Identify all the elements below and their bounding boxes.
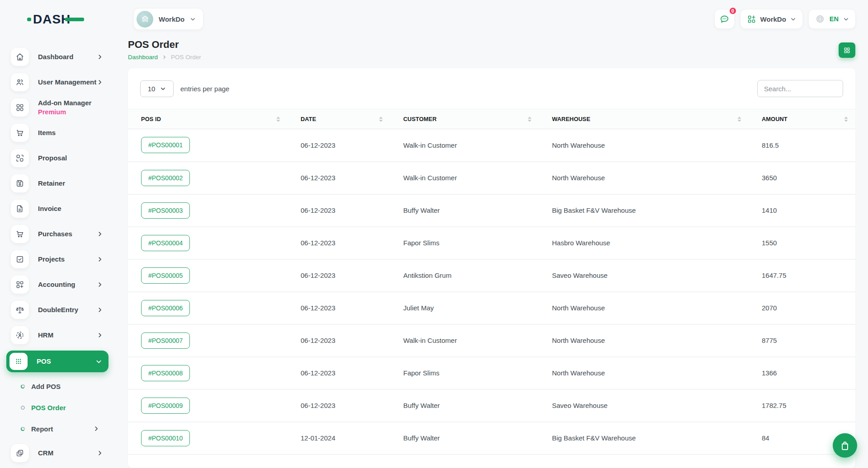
cell-customer: Buffy Walter [390, 194, 539, 227]
cell-customer: Buffy Walter [390, 422, 539, 454]
workdo-apps-button[interactable]: WorkDo [740, 9, 803, 29]
cell-pos-id: #POS00010 [128, 422, 288, 454]
sidebar-item-invoice[interactable]: Invoice [11, 199, 109, 219]
table-row: #POS0000606-12-2023Juliet MayNorth Wareh… [128, 292, 855, 324]
sort-icon[interactable] [379, 116, 383, 122]
table-row: #POS0000906-12-2023Buffy WalterSaveo War… [128, 389, 855, 422]
sidebar-item-items[interactable]: Items [11, 123, 109, 143]
sidebar-item-user-management[interactable]: User Management [11, 72, 109, 92]
column-header-date[interactable]: DATE [288, 109, 390, 129]
sidebar-item-add-on-manager[interactable]: Add-on ManagerPremium [11, 98, 109, 117]
entries-per-page-select[interactable]: 10 [140, 80, 174, 97]
sidebar-item-dashboard[interactable]: Dashboard [11, 47, 109, 67]
company-switcher[interactable]: WorkDo [133, 8, 203, 30]
layout-grid-button[interactable] [839, 42, 855, 58]
cell-date: 06-12-2023 [288, 324, 390, 357]
sort-icon[interactable] [737, 116, 741, 122]
pos-id-button[interactable]: #POS00009 [141, 398, 190, 414]
globe-icon [815, 14, 825, 24]
table-body: #POS0000106-12-2023Walk-in CustomerNorth… [128, 129, 855, 454]
sidebar-item-proposal[interactable]: Proposal [11, 148, 109, 168]
sidebar-item-purchases[interactable]: Purchases [11, 224, 109, 244]
cell-warehouse: Saveo Warehouse [539, 259, 749, 292]
sidebar-item-accounting[interactable]: Accounting [11, 275, 109, 295]
sidebar-item-projects[interactable]: Projects [11, 249, 109, 269]
sidebar-subitem-add-pos[interactable]: Add POS [21, 379, 109, 394]
chevron-right-icon [97, 281, 103, 288]
messages-button[interactable]: 0 [714, 9, 735, 29]
cell-warehouse: Big Basket F&V Warehouse [539, 422, 749, 454]
column-header-warehouse[interactable]: WAREHOUSE [539, 109, 749, 129]
chevron-right-icon [97, 307, 103, 313]
building-icon [141, 14, 150, 23]
company-avatar [137, 11, 153, 28]
table-row: #POS0000706-12-2023Walk-in CustomerNorth… [128, 324, 855, 357]
check-square-icon [11, 250, 29, 268]
sidebar-item-pos[interactable]: POS [6, 351, 108, 372]
pos-order-card: 10 entries per page POS ID DATE CUSTOMER [128, 68, 855, 468]
cell-warehouse: North Warehouse [539, 324, 749, 357]
cell-date: 06-12-2023 [288, 259, 390, 292]
column-header-label: POS ID [141, 116, 161, 122]
breadcrumb: Dashboard POS Order [128, 54, 201, 61]
column-header-label: DATE [301, 116, 316, 122]
cell-pos-id: #POS00001 [128, 129, 288, 162]
sidebar-item-hrm[interactable]: HRM [11, 325, 109, 345]
pos-id-button[interactable]: #POS00007 [141, 332, 190, 349]
pos-id-button[interactable]: #POS00001 [141, 137, 190, 153]
sort-icon[interactable] [528, 116, 532, 122]
pos-id-button[interactable]: #POS00005 [141, 267, 190, 284]
cell-warehouse: North Warehouse [539, 129, 749, 162]
sidebar-item-label: Retainer [38, 179, 109, 188]
pos-id-button[interactable]: #POS00004 [141, 235, 190, 251]
cell-customer: Buffy Walter [390, 389, 539, 422]
sidebar-item-doubleentry[interactable]: DoubleEntry [11, 300, 109, 320]
pos-cart-fab-button[interactable] [833, 433, 857, 458]
sidebar-item-retainer[interactable]: Retainer [11, 173, 109, 193]
cell-date: 06-12-2023 [288, 292, 390, 324]
cards-icon [11, 444, 29, 462]
language-selector[interactable]: EN [808, 9, 856, 29]
main-area: WorkDo 0 [116, 0, 868, 468]
pos-id-button[interactable]: #POS00008 [141, 365, 190, 381]
sidebar-item-label: Dashboard [38, 53, 97, 61]
sort-icon[interactable] [276, 116, 280, 122]
cell-customer: Antikstion Grum [390, 259, 539, 292]
sidebar-item-label: Accounting [38, 281, 97, 289]
column-header-amount[interactable]: AMOUNT [749, 109, 855, 129]
chevron-down-icon [843, 16, 849, 22]
chevron-right-icon [97, 332, 103, 338]
cell-warehouse: Saveo Warehouse [539, 389, 749, 422]
cell-customer: Walk-in Customer [390, 324, 539, 357]
sidebar-subitem-pos-order[interactable]: POS Order [21, 400, 109, 415]
home-icon [11, 48, 29, 66]
pos-id-button[interactable]: #POS00003 [141, 202, 190, 219]
cell-amount: 816.5 [749, 129, 855, 162]
column-header-customer[interactable]: CUSTOMER [390, 109, 539, 129]
premium-badge: Premium [38, 108, 109, 116]
bullet-ring-icon [21, 406, 25, 410]
cell-date: 06-12-2023 [288, 357, 390, 389]
company-name: WorkDo [159, 15, 184, 23]
sidebar-item-label: CRM [38, 449, 97, 458]
pos-id-button[interactable]: #POS00010 [141, 430, 190, 446]
app: DASH DashboardUser ManagementAdd-on Mana… [0, 0, 868, 468]
sidebar-subitem-report[interactable]: Report [21, 421, 109, 436]
brand-logo[interactable]: DASH [0, 0, 116, 38]
hrm-icon [11, 326, 29, 344]
table-head: POS ID DATE CUSTOMER WAREHOUSE AMOUNT [128, 109, 855, 129]
pos-id-button[interactable]: #POS00006 [141, 300, 190, 316]
sort-icon[interactable] [844, 116, 848, 122]
cell-warehouse: Hasbro Warehouse [539, 227, 749, 259]
pos-id-button[interactable]: #POS00002 [141, 170, 190, 186]
cell-warehouse: North Warehouse [539, 292, 749, 324]
search-input[interactable] [757, 80, 843, 97]
breadcrumb-dashboard-link[interactable]: Dashboard [128, 54, 158, 61]
sidebar-item-label: Proposal [38, 154, 109, 163]
cell-pos-id: #POS00007 [128, 324, 288, 357]
grid-plus-icon [11, 276, 29, 294]
topbar-actions: 0 WorkDo [714, 9, 856, 29]
column-header-pos-id[interactable]: POS ID [128, 109, 288, 129]
chevron-right-icon [93, 426, 99, 432]
sidebar-item-crm[interactable]: CRM [11, 443, 109, 463]
